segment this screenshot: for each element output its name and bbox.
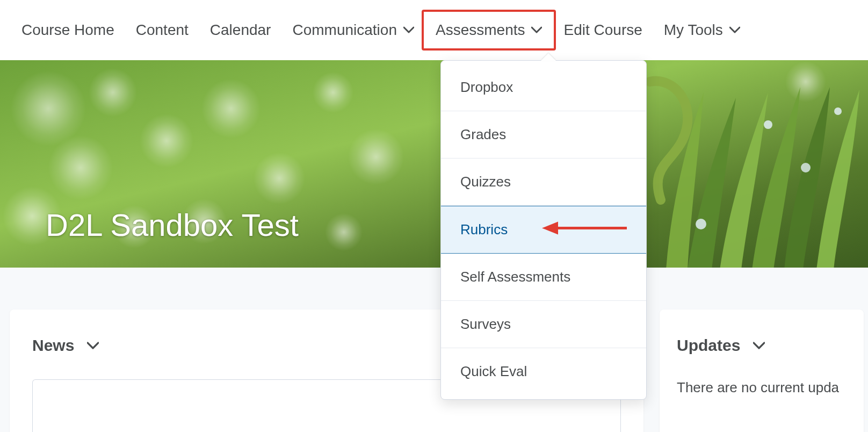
news-title: News <box>32 336 74 355</box>
svg-point-10 <box>313 72 353 113</box>
svg-point-8 <box>254 153 305 204</box>
dropdown-item-label: Self Assessments <box>460 269 570 285</box>
arrow-left-annotation-icon <box>542 219 628 240</box>
svg-point-2 <box>89 68 137 117</box>
dropdown-item-label: Quick Eval <box>460 363 527 379</box>
dropdown-item-grades[interactable]: Grades <box>441 111 646 159</box>
svg-point-4 <box>140 114 193 168</box>
nav-label: Content <box>136 21 189 39</box>
dropdown-item-surveys[interactable]: Surveys <box>441 301 646 348</box>
nav-label: My Tools <box>664 21 723 39</box>
chevron-down-icon <box>729 26 740 34</box>
nav-label: Course Home <box>21 21 114 39</box>
chevron-down-icon <box>531 26 542 34</box>
svg-marker-21 <box>542 221 558 234</box>
page-title: D2L Sandbox Test <box>46 207 299 243</box>
svg-point-11 <box>348 129 404 185</box>
updates-widget-header[interactable]: Updates <box>677 336 847 355</box>
dropdown-item-label: Quizzes <box>460 174 511 190</box>
assessments-dropdown: Dropbox Grades Quizzes Rubrics Self Asse… <box>440 60 647 400</box>
svg-point-16 <box>696 219 706 229</box>
nav-label: Assessments <box>436 21 525 39</box>
dropdown-item-quick-eval[interactable]: Quick Eval <box>441 348 646 395</box>
nav-communication[interactable]: Communication <box>281 0 425 60</box>
nav-course-home[interactable]: Course Home <box>11 0 125 60</box>
nav-edit-course[interactable]: Edit Course <box>553 0 653 60</box>
svg-point-1 <box>11 71 86 146</box>
chevron-down-icon <box>753 342 765 349</box>
nav-assessments[interactable]: Assessments <box>425 0 553 60</box>
dropdown-item-quizzes[interactable]: Quizzes <box>441 159 646 206</box>
svg-point-12 <box>325 213 363 251</box>
dropdown-item-label: Rubrics <box>460 221 508 237</box>
updates-title: Updates <box>677 336 740 355</box>
course-banner: D2L Sandbox Test <box>0 60 868 268</box>
nav-label: Communication <box>292 21 397 39</box>
course-navbar: Course Home Content Calendar Communicati… <box>0 0 868 60</box>
dropdown-item-label: Grades <box>460 126 506 142</box>
dropdown-item-label: Dropbox <box>460 79 513 95</box>
dropdown-item-self-assessments[interactable]: Self Assessments <box>441 254 646 301</box>
svg-point-14 <box>785 61 826 102</box>
nav-label: Edit Course <box>563 21 642 39</box>
svg-point-19 <box>834 107 842 115</box>
nav-calendar[interactable]: Calendar <box>199 0 282 60</box>
nav-content[interactable]: Content <box>125 0 199 60</box>
chevron-down-icon <box>87 342 99 349</box>
nav-my-tools[interactable]: My Tools <box>653 0 751 60</box>
dropdown-item-label: Surveys <box>460 316 511 332</box>
dropdown-item-rubrics[interactable]: Rubrics <box>441 206 646 254</box>
chevron-down-icon <box>403 26 414 34</box>
dropdown-item-dropbox[interactable]: Dropbox <box>441 64 646 111</box>
updates-body-text: There are no current upda <box>677 379 847 396</box>
svg-point-17 <box>764 120 772 129</box>
svg-point-18 <box>801 163 811 172</box>
nav-label: Calendar <box>210 21 271 39</box>
updates-widget: Updates There are no current upda <box>660 309 864 432</box>
svg-point-7 <box>201 79 261 138</box>
content-area: News Updates There are no current upda <box>0 268 868 432</box>
svg-point-3 <box>48 135 113 200</box>
